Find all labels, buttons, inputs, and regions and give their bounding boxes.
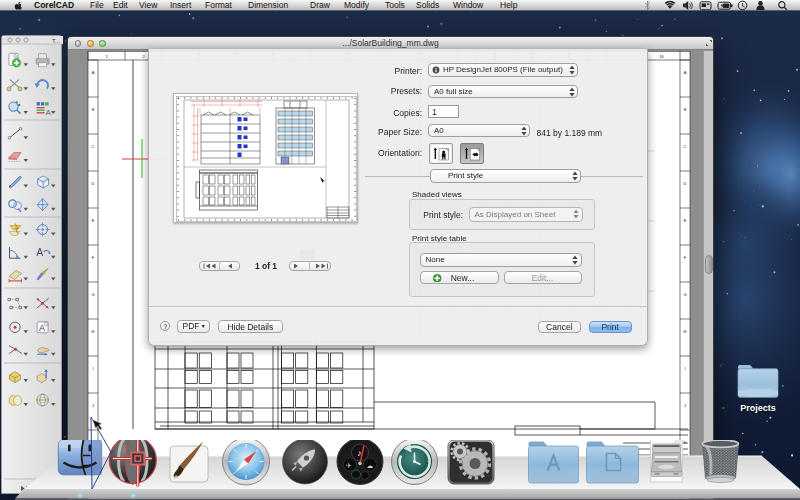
svg-text:J: J: [92, 403, 94, 408]
svg-text:16: 16: [659, 54, 664, 59]
svg-text:B: B: [684, 107, 687, 112]
svg-text:A: A: [46, 108, 52, 117]
svg-text:☁: ☁: [367, 462, 374, 469]
svg-text:J: J: [684, 403, 686, 408]
svg-text:I: I: [92, 366, 93, 371]
svg-text:A: A: [92, 70, 95, 75]
svg-text:I: I: [684, 366, 685, 371]
svg-text:D: D: [92, 181, 95, 186]
svg-text:F: F: [684, 255, 687, 260]
svg-text:C: C: [92, 144, 95, 149]
svg-text:H: H: [92, 329, 95, 334]
svg-text:E: E: [92, 218, 95, 223]
svg-text:D: D: [684, 181, 687, 186]
svg-text:G: G: [683, 292, 686, 297]
svg-text:T...: T...: [52, 38, 60, 44]
svg-text:2: 2: [142, 54, 145, 59]
svg-text:G: G: [91, 292, 94, 297]
svg-text:B: B: [92, 107, 95, 112]
svg-text:C: C: [684, 144, 687, 149]
svg-text:A: A: [684, 70, 687, 75]
svg-text:E: E: [684, 218, 687, 223]
svg-text:F: F: [92, 255, 95, 260]
svg-text:A: A: [37, 247, 44, 258]
svg-text:H: H: [684, 329, 687, 334]
svg-text:1: 1: [105, 54, 108, 59]
svg-text:✈: ✈: [346, 462, 352, 469]
